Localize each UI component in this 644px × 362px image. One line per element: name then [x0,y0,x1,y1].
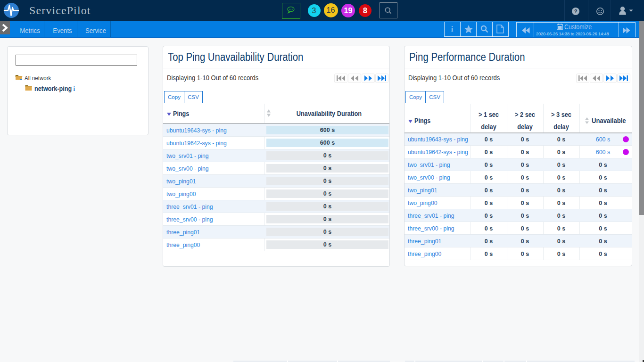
svg-text:?: ? [574,8,578,14]
